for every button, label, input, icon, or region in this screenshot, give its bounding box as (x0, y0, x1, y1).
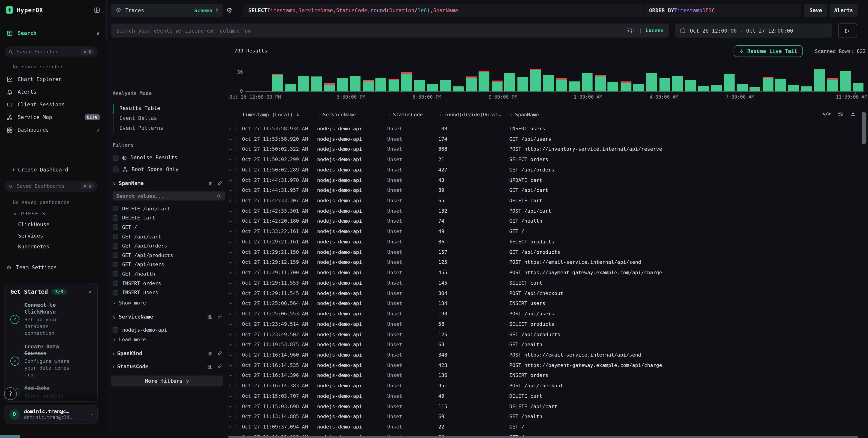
table-row[interactable]: ›Oct 27 11:29:11.553 AMnodejs-demo-apiUn… (228, 278, 868, 288)
mode-tab-event-patterns[interactable]: Event Patterns (119, 123, 221, 133)
select-query-input[interactable]: SELECT Timestamp,ServiceName,StatusCode,… (243, 4, 643, 17)
get-started-step[interactable]: ✓Create Data SourcesConfigure where your… (10, 344, 92, 378)
column-header-5[interactable]: ⠿SpanName (509, 112, 868, 117)
table-row[interactable]: ›Oct 27 11:23:49.502 AMnodejs-demo-apiUn… (228, 329, 868, 339)
source-settings-gear-icon[interactable]: ⚙ (226, 6, 232, 14)
pin-icon[interactable] (217, 351, 222, 356)
row-expand-chevron[interactable]: › (229, 198, 237, 203)
table-row[interactable]: ›Oct 27 11:16:14.960 AMnodejs-demo-apiUn… (228, 350, 868, 360)
filter-value[interactable]: INSERT users (113, 288, 221, 297)
date-range-picker[interactable]: Oct 26 12:00:00 - Oct 27 12:00:00 (675, 24, 832, 37)
chart-filter-icon[interactable] (207, 364, 213, 369)
row-expand-chevron[interactable]: › (229, 229, 237, 234)
filter-value[interactable]: DELETE /api/cart (113, 204, 221, 213)
row-expand-chevron[interactable]: › (229, 393, 237, 399)
chart-filter-icon[interactable] (207, 180, 213, 186)
table-row[interactable]: ›Oct 27 11:16:14.396 AMnodejs-demo-apiUn… (228, 370, 868, 381)
source-select[interactable]: Traces Schema ∧∨ (111, 4, 222, 17)
run-query-button[interactable]: ▷ (838, 23, 857, 38)
column-header-2[interactable]: ⠿ServiceName (317, 112, 387, 117)
filter-value[interactable]: GET /health (113, 269, 221, 279)
filter-value[interactable]: GET /api/cart (113, 232, 221, 241)
table-row[interactable]: ›Oct 27 11:42:33.307 AMnodejs-demo-apiUn… (228, 196, 868, 206)
user-menu[interactable]: D dominic.tran@c… dominic.tran@cli… › (4, 405, 98, 424)
sidebar-item-client-sessions[interactable]: Client Sessions (0, 99, 106, 110)
vertical-scrollbar[interactable] (862, 112, 866, 144)
resume-live-tail-button[interactable]: Resume Live Tail (734, 45, 803, 57)
show-more-button[interactable]: › Show more (114, 300, 146, 306)
sidebar-item-service-map[interactable]: Service MapBETA (0, 111, 106, 123)
row-expand-chevron[interactable]: › (229, 404, 237, 409)
filter-value[interactable]: GET /api/products (113, 251, 221, 260)
chart-filter-icon[interactable] (207, 351, 213, 356)
row-expand-chevron[interactable]: › (229, 168, 237, 172)
table-row[interactable]: ›Oct 27 11:53:58.934 AMnodejs-demo-apiUn… (228, 123, 868, 134)
horizontal-scrollbar[interactable] (228, 436, 858, 438)
download-icon[interactable] (850, 110, 856, 117)
row-expand-chevron[interactable]: › (229, 126, 237, 131)
preset-item-services[interactable]: Services (18, 232, 43, 239)
row-expand-chevron[interactable]: › (229, 178, 237, 182)
column-header-4[interactable]: ⠿round(divide(Durat… (438, 112, 509, 117)
mode-tab-results-table[interactable]: Results Table (119, 103, 221, 113)
saved-searches-input[interactable]: Saved Searches ⌘ K (4, 46, 98, 57)
pin-icon[interactable] (217, 364, 222, 369)
row-expand-chevron[interactable]: › (229, 373, 237, 378)
filter-value[interactable]: DELETE cart (113, 213, 221, 223)
row-expand-chevron[interactable]: › (229, 352, 237, 357)
table-row[interactable]: ›Oct 27 11:09:37.094 AMnodejs-demo-apiUn… (228, 422, 868, 432)
filter-value[interactable]: GET /api/orders (113, 241, 221, 251)
table-row[interactable]: ›Oct 27 11:53:58.920 AMnodejs-demo-apiUn… (228, 134, 868, 144)
histogram-bars[interactable] (247, 69, 864, 91)
denoise-results-toggle[interactable]: ◐ Denoise Results (113, 154, 178, 160)
table-row[interactable]: ›Oct 27 11:29:21.150 AMnodejs-demo-apiUn… (228, 247, 868, 257)
filter-group-spankind[interactable]: › SpanKind (113, 350, 222, 356)
row-expand-chevron[interactable]: › (229, 270, 237, 275)
table-row[interactable]: ›Oct 27 11:50:02.322 AMnodejs-demo-apiUn… (228, 144, 868, 154)
filter-group-statuscode[interactable]: › StatusCode (113, 363, 222, 370)
filter-value[interactable]: INSERT orders (113, 279, 221, 288)
spanname-search-input[interactable]: Search values... (113, 192, 225, 200)
get-started-header[interactable]: Get Started 3/3 ∧ (10, 288, 92, 295)
table-row[interactable]: ›Oct 27 11:44:31.970 AMnodejs-demo-apiUn… (228, 175, 868, 185)
preset-item-clickhouse[interactable]: ClickHouse (18, 221, 50, 228)
table-row[interactable]: ›Oct 27 11:29:11.545 AMnodejs-demo-apiUn… (228, 288, 868, 298)
mode-tab-event-deltas[interactable]: Event Deltas (119, 113, 221, 123)
drag-handle-icon[interactable]: ⠿ (438, 112, 441, 117)
sql-toggle[interactable]: SQL (626, 28, 636, 33)
row-expand-chevron[interactable]: › (229, 208, 237, 213)
row-expand-chevron[interactable]: › (229, 281, 237, 286)
row-expand-chevron[interactable]: › (229, 425, 237, 430)
row-expand-chevron[interactable]: › (229, 301, 237, 306)
filter-group-servicename[interactable]: ∨ ServiceName (113, 314, 222, 320)
get-started-step[interactable]: ✓Connect to ClickHouseSet up your databa… (10, 302, 92, 337)
order-by-input[interactable]: ORDER BY Timestamp DESC (644, 4, 801, 17)
drag-handle-icon[interactable]: ⠿ (509, 112, 512, 117)
event-search-input[interactable]: Search your events w/ Lucene ex. column:… (111, 24, 669, 37)
table-row[interactable]: ›Oct 27 11:50:02.289 AMnodejs-demo-apiUn… (228, 165, 868, 175)
row-expand-chevron[interactable]: › (229, 157, 237, 162)
lucene-toggle[interactable]: Lucene (646, 28, 664, 33)
filter-value[interactable]: GET /api/users (113, 260, 221, 269)
save-button[interactable]: Save (804, 4, 827, 17)
row-expand-chevron[interactable]: › (229, 322, 237, 327)
row-expand-chevron[interactable]: › (229, 250, 237, 255)
alerts-button[interactable]: Alerts (830, 4, 858, 17)
sidebar-item-dashboards[interactable]: Dashboards∧ (0, 124, 106, 136)
drag-handle-icon[interactable]: ⠿ (317, 112, 320, 117)
row-expand-chevron[interactable]: › (229, 188, 237, 193)
more-filters-button[interactable]: More filters ∨ (111, 376, 223, 386)
row-expand-chevron[interactable]: › (229, 239, 237, 244)
filter-group-spanname[interactable]: ∨ SpanName (113, 180, 222, 186)
saved-dashboards-input[interactable]: Saved Dashboards ⌘ K (4, 180, 98, 192)
sidebar-item-team-settings[interactable]: ⚙ Team Settings (0, 262, 106, 273)
table-row[interactable]: ›Oct 27 11:44:31.957 AMnodejs-demo-apiUn… (228, 185, 868, 196)
table-row[interactable]: ›Oct 27 11:50:02.299 AMnodejs-demo-apiUn… (228, 154, 868, 165)
table-row[interactable]: ›Oct 27 11:15:03.698 AMnodejs-demo-apiUn… (228, 401, 868, 411)
code-view-icon[interactable]: </> (822, 111, 831, 116)
row-expand-chevron[interactable]: › (229, 332, 237, 337)
table-row[interactable]: ›Oct 27 11:15:03.707 AMnodejs-demo-apiUn… (228, 391, 868, 401)
table-row[interactable]: ›Oct 27 11:42:20.180 AMnodejs-demo-apiUn… (228, 216, 868, 226)
table-row[interactable]: ›Oct 27 11:16:14.383 AMnodejs-demo-apiUn… (228, 381, 868, 391)
table-row[interactable]: ›Oct 27 11:29:21.161 AMnodejs-demo-apiUn… (228, 237, 868, 247)
